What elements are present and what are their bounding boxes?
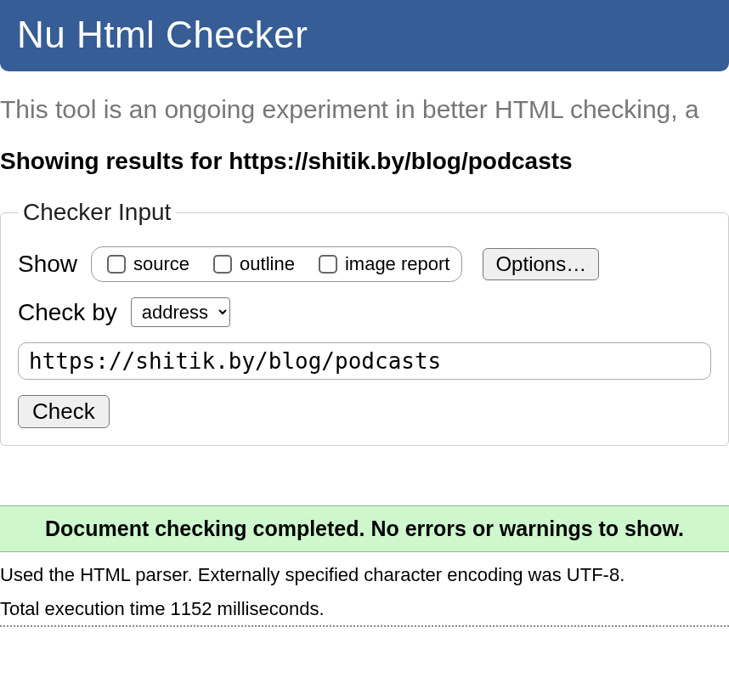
parser-info: Used the HTML parser. Externally specifi…	[0, 564, 729, 586]
page-title: Nu Html Checker	[17, 14, 308, 55]
url-input[interactable]	[18, 342, 711, 380]
checkby-label: Check by	[18, 299, 117, 326]
execution-time: Total execution time 1152 milliseconds.	[0, 598, 729, 620]
options-button[interactable]: Options…	[483, 248, 599, 280]
show-options-group: source outline image report	[91, 246, 462, 282]
checkby-select[interactable]: address	[131, 297, 230, 327]
source-checkbox-label[interactable]: source	[104, 252, 189, 276]
success-banner: Document checking completed. No errors o…	[0, 505, 729, 552]
check-row: Check	[18, 395, 711, 428]
checkby-row: Check by address	[18, 297, 711, 327]
source-checkbox-text: source	[133, 253, 189, 275]
outline-checkbox[interactable]	[213, 255, 232, 274]
checker-input-fieldset: Checker Input Show source outline image …	[0, 199, 729, 446]
outline-checkbox-label[interactable]: outline	[210, 252, 295, 276]
tool-description: This tool is an ongoing experiment in be…	[0, 95, 729, 124]
check-button[interactable]: Check	[18, 395, 110, 428]
divider	[0, 625, 729, 627]
header-banner: Nu Html Checker	[0, 0, 729, 71]
image-report-checkbox-label[interactable]: image report	[315, 252, 450, 276]
checker-input-legend: Checker Input	[18, 199, 176, 226]
results-heading: Showing results for https://shitik.by/bl…	[0, 148, 729, 175]
image-report-checkbox-text: image report	[345, 253, 450, 275]
show-label: Show	[18, 251, 77, 278]
image-report-checkbox[interactable]	[319, 255, 337, 274]
show-row: Show source outline image report Options…	[18, 246, 711, 282]
outline-checkbox-text: outline	[240, 253, 295, 275]
source-checkbox[interactable]	[107, 255, 126, 274]
